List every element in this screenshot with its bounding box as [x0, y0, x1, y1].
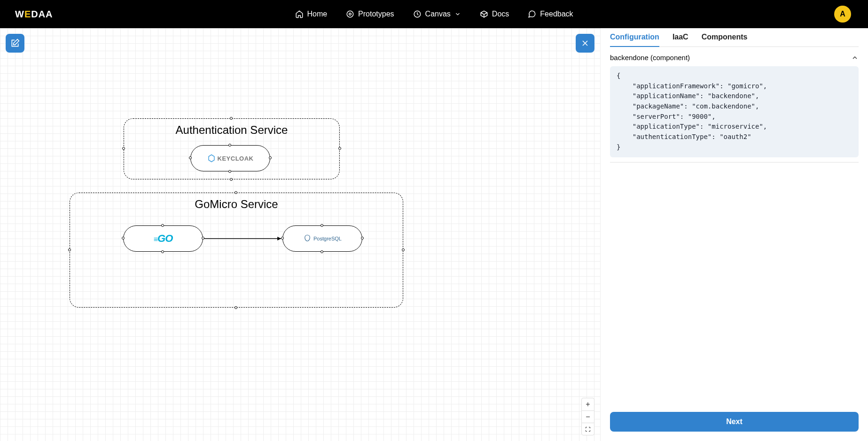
feedback-icon — [528, 10, 536, 18]
nav: Home Prototypes Canvas Docs Feedback — [295, 10, 573, 18]
nav-feedback-label: Feedback — [540, 10, 573, 18]
group-title: GoMicro Service — [70, 193, 403, 211]
port[interactable] — [228, 144, 231, 147]
port[interactable] — [281, 237, 284, 240]
svg-point-0 — [347, 11, 353, 17]
node-keycloak[interactable]: KEYCLOAK — [190, 145, 270, 171]
group-title: Authentication Service — [124, 119, 339, 137]
logo[interactable]: WEDAA — [15, 9, 53, 20]
accordion-title: backendone (component) — [610, 54, 690, 62]
accordion-header[interactable]: backendone (component) — [610, 54, 859, 62]
tabs: Configuration IaaC Components — [610, 33, 859, 47]
next-button[interactable]: Next — [610, 412, 859, 432]
port[interactable] — [361, 237, 364, 240]
nav-docs-label: Docs — [492, 10, 509, 18]
svg-marker-3 — [209, 155, 214, 162]
node-postgresql[interactable]: PostgreSQL — [282, 225, 362, 252]
node-label: PostgreSQL — [313, 236, 342, 241]
nav-docs[interactable]: Docs — [480, 10, 509, 18]
docs-icon — [480, 10, 488, 18]
tab-components[interactable]: Components — [702, 33, 748, 47]
port[interactable] — [402, 248, 405, 251]
port[interactable] — [68, 248, 71, 251]
main: Authentication Service KEYCLOAK GoMicro … — [0, 28, 868, 441]
port[interactable] — [202, 237, 204, 240]
nav-home-label: Home — [307, 10, 327, 18]
port[interactable] — [321, 224, 323, 227]
header: WEDAA Home Prototypes Canvas Docs Feedba… — [0, 0, 868, 28]
zoom-out-button[interactable]: − — [582, 410, 594, 423]
svg-point-1 — [349, 13, 352, 15]
prototypes-icon — [346, 10, 354, 18]
edit-button[interactable] — [6, 34, 24, 53]
tab-configuration[interactable]: Configuration — [610, 33, 659, 47]
chevron-down-icon — [454, 11, 461, 17]
keycloak-icon — [207, 154, 216, 162]
nav-home[interactable]: Home — [295, 10, 327, 18]
accordion-backendone: backendone (component) { "applicationFra… — [610, 47, 859, 162]
port[interactable] — [235, 306, 237, 309]
edit-icon — [10, 39, 20, 48]
port[interactable] — [161, 250, 164, 253]
canvas-area[interactable]: Authentication Service KEYCLOAK GoMicro … — [0, 28, 600, 441]
zoom-in-button[interactable]: + — [582, 398, 594, 410]
port[interactable] — [189, 156, 192, 159]
home-icon — [295, 10, 303, 18]
zoom-controls: + − — [581, 398, 594, 435]
node-label: ≡GO — [154, 232, 173, 245]
canvas-icon — [413, 10, 422, 18]
postgres-icon — [303, 234, 312, 243]
tab-iaac[interactable]: IaaC — [673, 33, 688, 47]
port[interactable] — [230, 117, 233, 120]
close-icon — [580, 39, 590, 48]
port[interactable] — [161, 224, 164, 227]
node-label: KEYCLOAK — [218, 155, 254, 162]
nav-canvas[interactable]: Canvas — [413, 10, 461, 18]
port[interactable] — [269, 156, 272, 159]
port[interactable] — [338, 147, 341, 150]
config-panel: Configuration IaaC Components backendone… — [600, 28, 868, 441]
avatar[interactable]: A — [834, 6, 851, 23]
nav-feedback[interactable]: Feedback — [528, 10, 573, 18]
port[interactable] — [228, 170, 231, 173]
nav-prototypes[interactable]: Prototypes — [346, 10, 394, 18]
port[interactable] — [230, 178, 233, 181]
zoom-fit-button[interactable] — [582, 423, 594, 435]
chevron-up-icon — [851, 54, 859, 62]
port[interactable] — [122, 147, 125, 150]
port[interactable] — [321, 250, 323, 253]
node-go[interactable]: ≡GO — [123, 225, 203, 252]
nav-prototypes-label: Prototypes — [358, 10, 394, 18]
port[interactable] — [122, 237, 125, 240]
config-code-block: { "applicationFramework": "gomicro", "ap… — [610, 66, 859, 157]
fit-icon — [585, 426, 591, 432]
port[interactable] — [235, 191, 237, 194]
close-button[interactable] — [576, 34, 594, 53]
nav-canvas-label: Canvas — [425, 10, 451, 18]
